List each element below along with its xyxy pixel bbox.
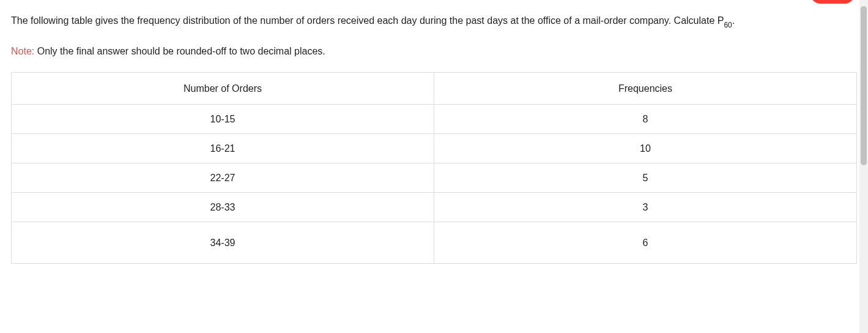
question-text-after: . [732, 15, 735, 26]
note-text: Only the final answer should be rounded-… [34, 46, 325, 56]
table-cell-orders: 22-27 [12, 163, 434, 193]
table-row: 28-33 3 [12, 193, 857, 222]
question-text: The following table gives the frequency … [11, 12, 857, 31]
table-header-row: Number of Orders Frequencies [12, 73, 857, 105]
table-cell-freq: 8 [434, 105, 857, 134]
table-row: 34-39 6 [12, 222, 857, 264]
scrollbar-track[interactable] [859, 0, 868, 276]
table-header-frequencies: Frequencies [434, 73, 857, 105]
question-text-before: The following table gives the frequency … [11, 15, 724, 26]
table-cell-freq: 10 [434, 134, 857, 163]
note-line: Note: Only the final answer should be ro… [11, 43, 857, 59]
table-cell-orders: 16-21 [12, 134, 434, 163]
note-label: Note: [11, 46, 34, 56]
top-red-pill [811, 0, 855, 4]
question-subscript: 60 [724, 21, 732, 29]
table-cell-freq: 6 [434, 222, 857, 264]
table-row: 10-15 8 [12, 105, 857, 134]
table-cell-freq: 3 [434, 193, 857, 222]
table-header-orders: Number of Orders [12, 73, 434, 105]
table-cell-orders: 28-33 [12, 193, 434, 222]
table-cell-orders: 10-15 [12, 105, 434, 134]
table-row: 16-21 10 [12, 134, 857, 163]
scrollbar-thumb[interactable] [861, 6, 867, 165]
table-row: 22-27 5 [12, 163, 857, 193]
table-cell-freq: 5 [434, 163, 857, 193]
table-cell-orders: 34-39 [12, 222, 434, 264]
frequency-table: Number of Orders Frequencies 10-15 8 16-… [11, 72, 857, 264]
